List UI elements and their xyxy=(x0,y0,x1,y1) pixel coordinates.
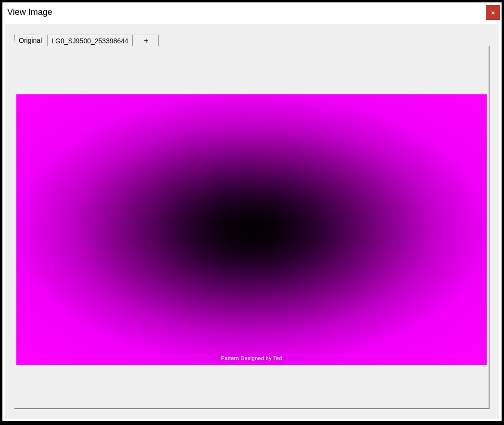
tab-strip: Original LG0_SJ9500_253398644 + xyxy=(14,34,160,46)
tab-label: LG0_SJ9500_253398644 xyxy=(51,37,128,45)
titlebar[interactable]: View Image × xyxy=(2,2,502,22)
content-panel: Pattern Designed by Ted xyxy=(14,46,490,409)
tab-image-file[interactable]: LG0_SJ9500_253398644 xyxy=(47,35,133,46)
window-title: View Image xyxy=(7,7,52,17)
client-area: Original LG0_SJ9500_253398644 + Pattern … xyxy=(5,24,499,419)
close-icon: × xyxy=(491,9,495,16)
close-button[interactable]: × xyxy=(486,5,500,20)
plus-icon: + xyxy=(144,37,148,45)
tab-label: Original xyxy=(19,37,42,44)
tab-add[interactable]: + xyxy=(134,35,159,46)
pattern-caption: Pattern Designed by Ted xyxy=(16,355,487,361)
view-image-window: View Image × Original LG0_SJ9500_2533986… xyxy=(2,2,502,421)
tab-original[interactable]: Original xyxy=(14,35,46,46)
pattern-image: Pattern Designed by Ted xyxy=(16,94,487,365)
